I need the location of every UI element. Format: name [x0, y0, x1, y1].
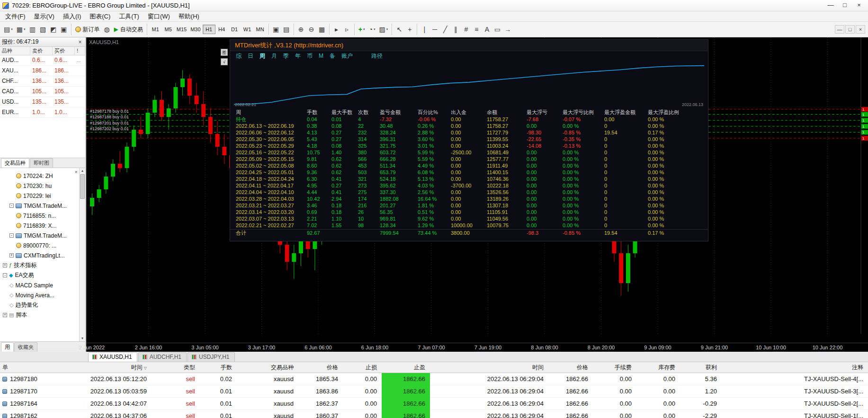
terminal-order-row[interactable]: 129871642022.06.13 04:42:07sell0.01xauus…	[0, 398, 868, 410]
left-tab-收藏夹[interactable]: 收藏夹	[14, 342, 37, 352]
timeframe-m30-button[interactable]: M30	[188, 25, 202, 34]
timeframe-m5-button[interactable]: M5	[162, 25, 175, 34]
arrows-tool-button[interactable]: →	[502, 24, 513, 35]
window-list-button[interactable]: ▤	[281, 24, 292, 35]
timeframe-m1-button[interactable]: M1	[149, 25, 162, 34]
market-watch-row[interactable]: USD...135...135...	[0, 97, 85, 107]
navigator-item[interactable]: +CXMTradingLt...	[0, 250, 79, 260]
terminal-order-row[interactable]: 129871702022.06.13 05:03:59sell0.01xauus…	[0, 385, 868, 398]
mw-column-3[interactable]: !	[75, 47, 85, 55]
data-window-toggle-button[interactable]: ▧	[38, 24, 48, 35]
navigator-scrollbar[interactable]: ▲ ▼	[79, 168, 85, 341]
navigator-item[interactable]: 7116855: n...	[0, 211, 79, 221]
menu-item-6[interactable]: 帮助(H)	[174, 11, 204, 22]
chart-minimize-button[interactable]: —	[835, 25, 844, 34]
zoom-out-button[interactable]: ⊖	[306, 24, 317, 35]
terminal-column-8[interactable]: 时间	[430, 362, 548, 373]
market-watch-row[interactable]: AUD...0.6...0.6......	[0, 55, 85, 66]
market-watch-tab-即时图[interactable]: 即时图	[30, 158, 53, 168]
navigator-item[interactable]: -TMGM.TradeM...	[0, 201, 79, 211]
navigator-item[interactable]: -◆EA交易	[0, 270, 79, 280]
menu-item-1[interactable]: 显示(V)	[30, 11, 59, 22]
navigator-item[interactable]: 170229: lei	[0, 191, 79, 201]
mtdriver-tab-月[interactable]: 月	[271, 52, 277, 60]
terminal-column-1[interactable]: 时间▽	[61, 362, 152, 373]
menu-item-4[interactable]: 工具(T)	[115, 11, 143, 22]
timeframe-m15-button[interactable]: M15	[175, 25, 188, 34]
navigator-item[interactable]: -TMGM.TradeM...	[0, 231, 79, 240]
community-button[interactable]: ◍	[102, 24, 112, 35]
mtdriver-tab-备[interactable]: 备	[330, 52, 335, 60]
chart-restore-button[interactable]: □	[845, 25, 855, 34]
terminal-column-5[interactable]: 价格	[298, 362, 343, 373]
chart-close-button[interactable]: ×	[856, 25, 865, 34]
terminal-order-row[interactable]: 129871622022.06.13 04:37:06sell0.01xauus…	[0, 410, 868, 418]
market-watch-toggle-button[interactable]: ▥	[27, 24, 38, 35]
scroll-down-icon[interactable]: ▼	[80, 336, 85, 341]
navigator-item[interactable]: 170230: hu	[0, 181, 79, 191]
trendline-tool-button[interactable]: ╱	[440, 24, 450, 35]
terminal-column-9[interactable]: 价格	[548, 362, 593, 373]
mw-column-1[interactable]: 卖价	[30, 47, 53, 55]
mtdriver-tab-年[interactable]: 年	[295, 52, 301, 60]
terminal-column-0[interactable]: 单	[0, 362, 61, 373]
timeframe-d1-button[interactable]: D1	[228, 25, 241, 34]
chart-area[interactable]: 111111 XAUUSD,H1 2 Jun 20222 Jun 16:003 …	[86, 37, 868, 352]
navigator-item[interactable]: ◇Moving Avera...	[0, 290, 79, 300]
menu-item-3[interactable]: 图表(C)	[85, 11, 115, 22]
cursor-tool-button[interactable]: ↖	[394, 24, 404, 35]
close-button[interactable]: ×	[852, 1, 866, 10]
charts-auto-scroll-button[interactable]: ▹	[342, 24, 352, 35]
tile-windows-button[interactable]: ▦	[317, 24, 327, 35]
mtdriver-tab-path[interactable]: 路径	[371, 52, 383, 60]
terminal-column-11[interactable]: 库存费	[636, 362, 680, 373]
navigator-item[interactable]: +ƒ技术指标	[0, 260, 79, 270]
scroll-up-icon[interactable]: ▲	[80, 168, 85, 174]
grid-tool-button[interactable]: ≡	[471, 24, 482, 35]
mtdriver-side-button-1[interactable]: √	[221, 58, 228, 65]
expand-icon[interactable]: +	[9, 253, 14, 258]
collapse-icon[interactable]: -	[9, 204, 14, 208]
cascade-windows-button[interactable]: ▣	[271, 24, 281, 35]
collapse-icon[interactable]: -	[9, 233, 14, 238]
terminal-column-10[interactable]: 手续费	[593, 362, 636, 373]
new-order-button[interactable]: 新订单	[73, 24, 102, 35]
chart-tab-USDJPYH1[interactable]: USDJPY,H1	[188, 352, 234, 362]
menu-item-2[interactable]: 插入(I)	[59, 11, 85, 22]
terminal-column-2[interactable]: 类型	[152, 362, 200, 373]
templates-menu-button[interactable]: ▨▾	[377, 24, 390, 35]
menu-item-5[interactable]: 窗口(W)	[143, 11, 174, 22]
mtdriver-tab-季[interactable]: 季	[283, 52, 289, 60]
profiles-menu-button[interactable]: ▦▾	[15, 24, 27, 35]
mw-column-2[interactable]: 买价	[53, 47, 75, 55]
market-watch-row[interactable]: CAD...105...105...	[0, 87, 85, 97]
autotrade-button[interactable]: ▶自动交易	[112, 24, 145, 35]
equidistant-channel-tool-button[interactable]: ∥	[450, 24, 461, 35]
left-tab-用[interactable]: 用	[1, 342, 14, 352]
mw-column-0[interactable]: 品种	[0, 47, 30, 55]
terminal-toggle-button[interactable]: ▣	[59, 24, 69, 35]
text-tool-button[interactable]: A	[482, 24, 492, 35]
market-watch-row[interactable]: CHF...136...136...	[0, 76, 85, 87]
mtdriver-tab-币[interactable]: 币	[307, 52, 313, 60]
timeframe-h4-button[interactable]: H4	[215, 25, 228, 34]
chart-tab-AUDCHFH1[interactable]: AUDCHF,H1	[138, 352, 187, 362]
new-chart-menu-button[interactable]: ▤▾	[2, 24, 15, 35]
terminal-column-7[interactable]: 止盈	[382, 362, 430, 373]
navigator-item[interactable]: ◇趋势量化	[0, 300, 79, 310]
navigator-item[interactable]: 7116839: X...	[0, 221, 79, 231]
fibonacci-tool-button[interactable]: #	[461, 24, 471, 35]
terminal-order-row[interactable]: 129871802022.06.13 05:12:20sell0.02xauus…	[0, 373, 868, 385]
expand-icon[interactable]: +	[3, 263, 7, 267]
navigator-toggle-button[interactable]: ◩	[48, 24, 59, 35]
mtdriver-tab-日[interactable]: 日	[248, 52, 253, 60]
market-watch-row[interactable]: XAU...186...186...	[0, 66, 85, 76]
text-label-tool-button[interactable]: ▭	[492, 24, 502, 35]
mtdriver-tab-账户[interactable]: 账户	[341, 52, 353, 60]
terminal-column-4[interactable]: 交易品种	[237, 362, 298, 373]
market-watch-row[interactable]: EUR...1.0...1.0...	[0, 107, 85, 118]
navigator-item[interactable]: +▤脚本	[0, 310, 79, 320]
terminal-column-13[interactable]: 注释	[722, 362, 868, 373]
minimize-button[interactable]: —	[823, 1, 838, 10]
mtdriver-tab-综[interactable]: 综	[236, 52, 242, 60]
